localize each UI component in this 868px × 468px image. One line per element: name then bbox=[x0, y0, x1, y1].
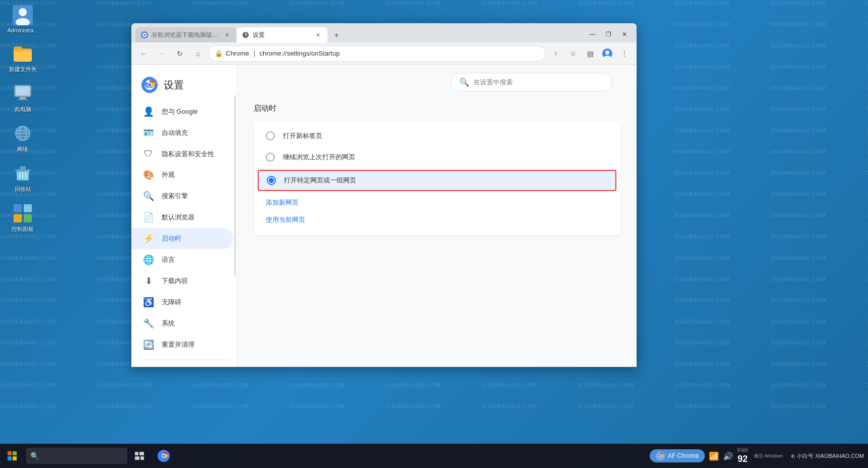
sidebar-item-browser[interactable]: 📄默认浏览器 bbox=[131, 207, 233, 228]
share-button[interactable]: ↑ bbox=[548, 45, 564, 62]
sidebar-item-reset[interactable]: 🔄重置并清理 bbox=[131, 334, 233, 355]
nav-right: ↑ ☆ ▤ ⋮ bbox=[548, 45, 633, 62]
forward-button[interactable]: → bbox=[154, 45, 170, 62]
sidebar-item-autofill[interactable]: 🪪自动填充 bbox=[131, 122, 233, 144]
svg-rect-15 bbox=[20, 166, 26, 169]
sidebar-item-accessibility[interactable]: ♿无障碍 bbox=[131, 292, 233, 313]
network-icon bbox=[13, 123, 33, 144]
sidebar-item-label-system: 系统 bbox=[162, 319, 175, 328]
svg-rect-41 bbox=[135, 456, 139, 460]
svg-rect-5 bbox=[20, 97, 26, 99]
svg-point-46 bbox=[162, 454, 165, 457]
radio-newtab bbox=[266, 131, 275, 141]
title-bar: 谷歌浏览器下载电脑版_谷歌浏览... ✕ 设置 ✕ + — ❐ ✕ bbox=[131, 23, 637, 42]
nav-bar: ← → ↻ ⌂ 🔒 Chrome ｜ chrome://settings/onS… bbox=[131, 42, 637, 65]
sidebar-item-label-google: 您与 Google bbox=[162, 107, 198, 116]
desktop-icon-computer[interactable]: 此电脑 bbox=[5, 83, 40, 113]
taskbar: 🔍 bbox=[0, 444, 868, 468]
svg-rect-6 bbox=[18, 99, 28, 100]
taskbar-chrome-item[interactable] bbox=[152, 444, 176, 468]
accessibility-icon: ♿ bbox=[143, 297, 154, 308]
sidebar-item-extensions[interactable]: 🧩扩展程序↗ bbox=[131, 364, 233, 367]
settings-search-input[interactable] bbox=[473, 78, 604, 86]
taskbar-search-icon: 🔍 bbox=[30, 452, 39, 460]
chrome-logo bbox=[141, 77, 158, 93]
tab2-title: 设置 bbox=[253, 31, 310, 39]
refresh-button[interactable]: ↻ bbox=[172, 45, 188, 62]
startup-option-specific[interactable]: 打开特定网页或一组网页 bbox=[258, 170, 616, 191]
taskbar-search[interactable]: 🔍 bbox=[26, 448, 127, 464]
add-page-link[interactable]: 添加新网页 bbox=[254, 193, 620, 212]
security-icon: 🔒 bbox=[215, 50, 223, 57]
desktop-icon-network[interactable]: 网络 bbox=[5, 123, 40, 153]
task-view-button[interactable] bbox=[127, 444, 152, 468]
sidebar-item-label-language: 语言 bbox=[162, 255, 175, 264]
tab-2[interactable]: 设置 ✕ bbox=[236, 27, 327, 42]
system-icon: 🔧 bbox=[143, 318, 154, 329]
desktop-icon-control[interactable]: 控制面板 bbox=[5, 203, 40, 233]
address-bar[interactable]: 🔒 Chrome ｜ chrome://settings/onStartup bbox=[208, 45, 546, 62]
chrome-window: 谷歌浏览器下载电脑版_谷歌浏览... ✕ 设置 ✕ + — ❐ ✕ bbox=[131, 23, 637, 367]
admin-icon bbox=[13, 5, 33, 25]
profile-button[interactable] bbox=[599, 45, 615, 62]
tab1-favicon bbox=[140, 31, 149, 39]
sidebar-item-language[interactable]: 🌐语言 bbox=[131, 249, 233, 270]
home-button[interactable]: ⌂ bbox=[190, 45, 206, 62]
svg-rect-38 bbox=[13, 456, 17, 460]
window-controls: — ❐ ✕ bbox=[584, 28, 633, 40]
startup-options-card: 打开新标签页 继续浏览上次打开的网页 打开特定网页或一组网页 bbox=[254, 121, 620, 236]
use-current-link[interactable]: 使用当前网页 bbox=[254, 212, 620, 231]
sidebar-item-label-search: 搜索引擎 bbox=[162, 192, 188, 201]
svg-rect-37 bbox=[8, 456, 12, 460]
search-icon: 🔍 bbox=[459, 77, 469, 87]
folder-label: 新建文件夹 bbox=[9, 66, 37, 73]
settings-search-bar[interactable]: 🔍 bbox=[451, 73, 612, 91]
sidebar-item-privacy[interactable]: 🛡隐私设置和安全性 bbox=[131, 144, 233, 164]
sidebar-toggle[interactable]: ▤ bbox=[582, 45, 598, 62]
minimize-button[interactable]: — bbox=[584, 28, 600, 40]
computer-icon bbox=[13, 83, 33, 104]
start-button[interactable] bbox=[0, 444, 24, 468]
desktop-icon-folder[interactable]: 新建文件夹 bbox=[5, 43, 40, 73]
sidebar-scrollbar[interactable] bbox=[234, 95, 236, 276]
new-tab-button[interactable]: + bbox=[329, 28, 344, 42]
browser-icon: 📄 bbox=[143, 212, 154, 223]
bookmark-button[interactable]: ☆ bbox=[565, 45, 581, 62]
sidebar-item-label-autofill: 自动填充 bbox=[162, 128, 188, 137]
network-tray-icon[interactable]: 📶 bbox=[709, 451, 719, 461]
desktop: (function(){ const c = document.querySel… bbox=[0, 0, 868, 468]
tab1-title: 谷歌浏览器下载电脑版_谷歌浏览... bbox=[152, 31, 219, 39]
maximize-button[interactable]: ❐ bbox=[600, 28, 616, 40]
svg-rect-39 bbox=[135, 452, 138, 455]
tab-1[interactable]: 谷歌浏览器下载电脑版_谷歌浏览... ✕ bbox=[135, 27, 236, 42]
sidebar-item-download[interactable]: ⬇下载内容 bbox=[131, 270, 233, 292]
sidebar-item-system[interactable]: 🔧系统 bbox=[131, 313, 233, 334]
sidebar-item-search[interactable]: 🔍搜索引擎 bbox=[131, 185, 233, 207]
admin-label: Administra... bbox=[7, 27, 38, 33]
sidebar-item-label-reset: 重置并清理 bbox=[162, 340, 195, 349]
tab2-close[interactable]: ✕ bbox=[313, 30, 322, 39]
close-button[interactable]: ✕ bbox=[616, 28, 633, 40]
startup-option-continue[interactable]: 继续浏览上次打开的网页 bbox=[254, 147, 620, 168]
recycle-label: 回收站 bbox=[15, 185, 31, 193]
startup-section-title: 启动时 bbox=[254, 104, 620, 113]
desktop-icon-admin[interactable]: Administra... bbox=[5, 5, 40, 33]
svg-point-25 bbox=[143, 34, 146, 36]
sidebar-item-startup[interactable]: ⚡启动时 bbox=[131, 228, 233, 249]
svg-point-12 bbox=[16, 126, 30, 141]
svg-rect-42 bbox=[140, 456, 144, 460]
startup-option-newtab[interactable]: 打开新标签页 bbox=[254, 125, 620, 147]
svg-rect-40 bbox=[139, 452, 144, 455]
volume-icon[interactable]: 🔊 bbox=[723, 451, 733, 461]
radio-specific bbox=[267, 176, 276, 185]
af-chrome-button[interactable]: AF Chrome bbox=[650, 449, 705, 462]
sidebar-item-appearance[interactable]: 🎨外观 bbox=[131, 164, 233, 185]
tab1-close[interactable]: ✕ bbox=[222, 30, 231, 39]
desktop-icon-recycle[interactable]: 回收站 bbox=[5, 163, 40, 193]
af-chrome-label: AF Chrome bbox=[668, 452, 699, 459]
sidebar-item-google[interactable]: 👤您与 Google bbox=[131, 101, 233, 122]
back-button[interactable]: ← bbox=[135, 45, 152, 62]
desktop-icons: Administra... 新建文件夹 此电脑 bbox=[5, 5, 40, 233]
computer-label: 此电脑 bbox=[15, 106, 31, 113]
more-menu-button[interactable]: ⋮ bbox=[616, 45, 633, 62]
